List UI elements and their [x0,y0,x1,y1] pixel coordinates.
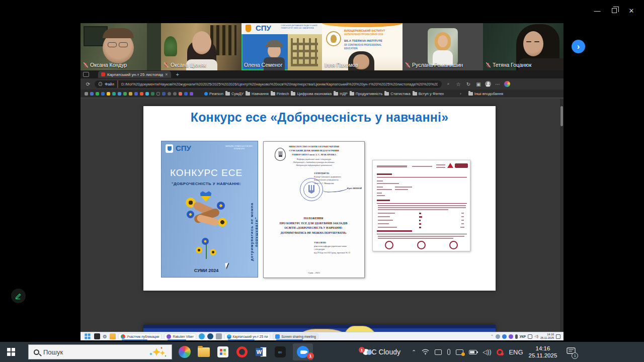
bookmark-item[interactable]: Pearson [204,92,223,96]
bookmark-favicon[interactable] [107,92,110,96]
bookmark-favicon[interactable] [179,92,182,96]
bookmark-favicon[interactable] [112,92,116,96]
participant-tile[interactable]: Тетяна Гоцанюк [483,23,564,70]
participant-tile[interactable]: БІЛОЦЕРКІВСЬКИЙ ІНСТИТУТ НЕПЕРЕРВНОЇ ПРО… [322,23,403,70]
more-menu-icon[interactable]: ⋯ [494,81,501,87]
bookmark-favicon[interactable] [151,92,154,96]
webex-taskbar-icon[interactable]: ∞ [274,345,287,358]
bookmarks-overflow-chevron[interactable]: › [460,92,461,96]
tray-chevron-icon[interactable]: ⌃ [412,349,416,355]
bookmark-folder[interactable]: Статистика [384,92,410,96]
battery-icon[interactable] [469,350,477,354]
bookmark-favicon[interactable] [90,92,94,96]
bookmark-favicon[interactable] [173,92,177,96]
bookmark-favicon[interactable] [129,92,132,96]
zoom-taskbar-icon[interactable]: 1 [293,343,313,360]
bookmark-favicon[interactable] [85,92,88,96]
bookmark-favicon[interactable] [162,92,166,96]
page-info-icon[interactable]: i [99,82,102,86]
wifi-icon[interactable] [422,349,429,355]
url-field[interactable]: i Файл | D:/Мої%20документи/Наукові%20жу… [95,80,442,88]
task-viber[interactable]: Rakuten Viber [164,333,196,340]
bookmark-folder[interactable]: Продуктивність [350,92,383,96]
mic-tray-icon[interactable] [515,334,518,339]
other-favorites[interactable]: Інші вподобання [468,92,503,96]
restore-button[interactable] [606,4,623,17]
task-edge-pdf[interactable]: Карпатський ун-т 25 ли [224,333,271,340]
word-taskbar-icon[interactable]: W [255,345,268,358]
file-explorer-taskbar-icon[interactable] [197,345,210,358]
telegram-icon[interactable] [199,333,205,339]
notification-center[interactable]: 1 [567,347,576,357]
profile-avatar-icon[interactable] [485,81,491,87]
tab-close-icon[interactable]: × [165,72,168,77]
participant-tile[interactable]: Оксана Кондур [80,23,161,70]
search-page-icon[interactable]: ⌕ [445,81,452,86]
annotate-button[interactable] [11,289,26,303]
touch-keyboard-icon[interactable] [528,334,532,339]
task-chrome[interactable]: Участник публикации [118,333,162,340]
taskbar-clock[interactable]: 14:16 25.11.2025 [529,345,557,359]
photos-app-icon[interactable] [94,333,100,339]
mic-icon[interactable] [447,349,450,355]
bookmark-favicon[interactable] [140,92,143,96]
next-participants-button[interactable]: › [572,40,585,53]
minimize-button[interactable]: — [589,4,606,17]
inner-clock[interactable]: 14:16 25.11.2025 [540,333,554,339]
bookmark-folder[interactable]: Вступ у Фінтех [413,92,444,96]
browser-tab[interactable]: Карпатський ун-т 25 листопад × [98,71,171,78]
settings-gear-icon[interactable]: ⚙ [103,334,107,339]
pdf-scrollbar[interactable] [560,99,564,332]
bookmark-favicon[interactable] [184,92,188,96]
microsoft-store-taskbar-icon[interactable] [216,345,229,358]
weather-widget[interactable]: 1 7°C Cloudy [361,348,400,356]
refresh-icon[interactable]: ⟳ [85,81,92,87]
favorite-star-icon[interactable]: ☆ [455,81,462,87]
opera-tray-icon[interactable] [497,349,503,355]
action-center-icon[interactable] [556,334,560,339]
browser-extension-icon[interactable] [504,81,510,87]
bookmark-favicon[interactable] [134,92,138,96]
bookmark-folder[interactable]: Навчання [246,92,269,96]
speaker-icon[interactable]: ◁)) [482,348,491,355]
history-icon[interactable]: ↻ [465,81,472,87]
edge-dark-icon[interactable] [207,333,213,339]
bookmark-folder[interactable]: Цифрова економіка [291,92,332,96]
pdf-viewport[interactable]: Конкурс есе «Доброчесність у навчанні» С… [80,99,564,332]
tab-actions-icon[interactable] [83,72,89,77]
bookmark-favicon[interactable] [168,92,171,96]
bookmark-favicon[interactable] [190,92,193,96]
new-tab-button[interactable]: + [176,71,179,77]
language-indicator[interactable]: УКР [520,335,526,338]
viber-tray-icon[interactable] [509,334,513,339]
volume-icon[interactable]: ◁) [534,334,538,338]
taskbar-search-box[interactable]: Пошук [28,344,172,359]
inner-start-button[interactable] [85,333,90,339]
camera-icon[interactable] [435,349,442,355]
tray-chevron-icon[interactable]: ⌃ [491,334,494,338]
close-button[interactable]: ✕ [623,4,640,17]
task-zoom[interactable]: Screen sharing meeting [273,333,318,340]
bookmark-folder[interactable]: СумДУ [225,92,244,96]
bookmark-favicon[interactable] [101,92,105,96]
bookmark-favicon[interactable] [145,92,149,96]
file-explorer-icon[interactable] [110,333,116,339]
bookmark-favicon[interactable] [123,92,127,96]
bookmark-favicon[interactable] [96,92,99,96]
participant-tile-active[interactable]: СПУ СУМСЬКИЙ ДЕРЖАВНИЙ ПЕДАГОГІЧНИЙ УНІВ… [242,23,322,70]
bookmark-favicon[interactable] [118,92,121,96]
scrollbar-thumb[interactable] [560,106,563,126]
bookmark-folder[interactable]: НДР [334,92,348,96]
start-button[interactable] [0,348,22,356]
bookmark-folder[interactable]: Fintech [271,92,289,96]
search-highlights-icon[interactable] [149,346,167,357]
obs-icon[interactable] [216,333,222,339]
screen-share-icon[interactable] [456,349,463,355]
bookmark-favicon[interactable] [156,92,160,96]
copilot-taskbar-icon[interactable] [178,345,191,358]
onedrive-icon[interactable] [496,334,500,339]
telegram-tray-icon[interactable] [502,334,507,339]
participant-tile[interactable]: Оксана Цюняк [161,23,242,70]
opera-taskbar-icon[interactable] [235,345,249,358]
participant-tile[interactable]: Руслана Романишин [403,23,483,70]
